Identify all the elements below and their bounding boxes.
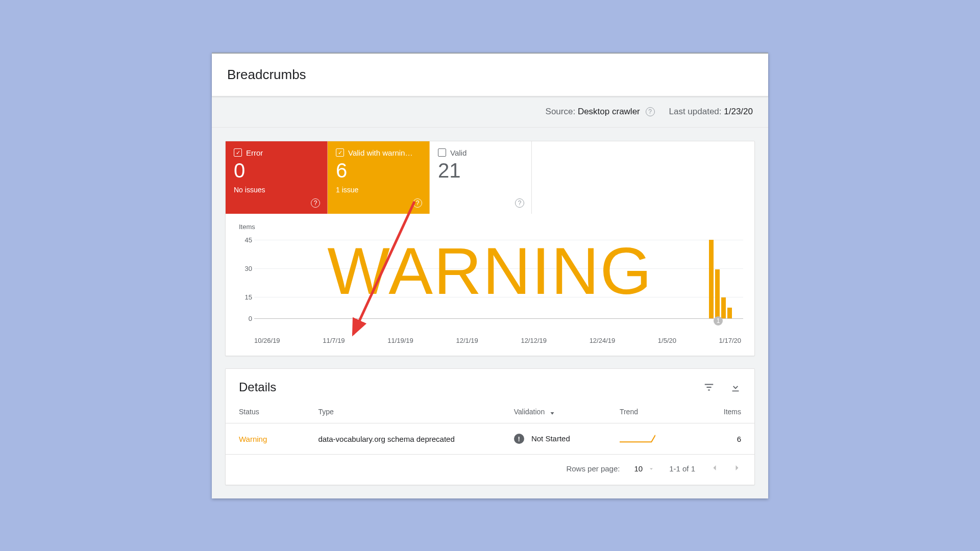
- cell-trend: [606, 423, 701, 455]
- page-title: Breadcrumbs: [227, 67, 753, 83]
- pager-next[interactable]: [732, 463, 742, 474]
- source-value: Desktop crawler: [578, 107, 640, 116]
- chart-bars: [531, 240, 732, 318]
- details-panel: Details Status Type Valida: [225, 368, 755, 485]
- col-status[interactable]: Status: [226, 398, 305, 423]
- details-title: Details: [239, 380, 276, 394]
- status-card-warning[interactable]: Valid with warnin… 6 1 issue ?: [328, 141, 430, 214]
- source-label: Source:: [546, 107, 576, 116]
- app-window: Breadcrumbs Source: Desktop crawler ? La…: [212, 53, 768, 498]
- xtick: 10/26/19: [254, 337, 280, 344]
- table-row[interactable]: Warning data-vocabulary.org schema depre…: [226, 423, 754, 455]
- xtick: 1/5/20: [658, 337, 676, 344]
- ytick: 0: [237, 314, 252, 322]
- xtick: 1/17/20: [719, 337, 741, 344]
- chart-bar: [727, 308, 732, 318]
- status-panel: Error 0 No issues ? Valid with warnin… 6…: [225, 141, 755, 356]
- chevron-down-icon: [648, 465, 655, 472]
- status-card-label: Error: [246, 148, 263, 157]
- status-card-label: Valid with warnin…: [348, 148, 412, 157]
- status-card-label: Valid: [450, 148, 467, 157]
- filter-icon[interactable]: [703, 382, 715, 393]
- col-type[interactable]: Type: [305, 398, 500, 423]
- chart-bar: [715, 269, 720, 318]
- source-info: Source: Desktop crawler ?: [546, 107, 655, 117]
- col-items[interactable]: Items: [701, 398, 754, 423]
- chart: Items 45 30 15 0 WARNING 1 10/26/1911/7/…: [226, 214, 754, 356]
- help-icon[interactable]: ?: [311, 198, 320, 208]
- table-header-row: Status Type Validation Trend Items: [226, 398, 754, 423]
- status-card-sub: 1 issue: [336, 186, 421, 194]
- table-pager: Rows per page: 10 1-1 of 1: [226, 455, 754, 485]
- pager-prev[interactable]: [709, 463, 720, 474]
- xtick: 12/12/19: [521, 337, 547, 344]
- sparkline-icon: [620, 435, 655, 444]
- xtick: 11/7/19: [323, 337, 345, 344]
- sort-desc-icon: [549, 409, 556, 416]
- ytick: 45: [237, 236, 252, 243]
- status-card-valid[interactable]: Valid 21 ?: [430, 141, 532, 214]
- content: Error 0 No issues ? Valid with warnin… 6…: [212, 128, 768, 498]
- status-card-count: 6: [336, 160, 421, 181]
- checkbox-icon: [336, 148, 344, 157]
- chart-bar: [709, 240, 714, 318]
- updated-value: 1/23/20: [724, 107, 753, 116]
- chart-marker[interactable]: 1: [714, 316, 723, 325]
- col-validation[interactable]: Validation: [501, 398, 606, 423]
- ytick: 15: [237, 293, 252, 300]
- chart-bar: [721, 297, 726, 318]
- exclamation-icon: !: [514, 434, 524, 444]
- chevron-right-icon: [732, 463, 742, 473]
- status-card-error[interactable]: Error 0 No issues ?: [226, 141, 328, 214]
- cell-type: data-vocabulary.org schema deprecated: [305, 423, 500, 455]
- xtick: 12/24/19: [590, 337, 616, 344]
- help-icon[interactable]: ?: [646, 107, 655, 116]
- col-trend[interactable]: Trend: [606, 398, 701, 423]
- status-cards: Error 0 No issues ? Valid with warnin… 6…: [226, 141, 754, 214]
- rows-per-page-label: Rows per page:: [566, 464, 620, 473]
- updated-info: Last updated: 1/23/20: [669, 107, 753, 117]
- help-icon[interactable]: ?: [413, 198, 422, 208]
- cell-items: 6: [701, 423, 754, 455]
- status-card-count: 0: [234, 160, 319, 181]
- xtick: 11/19/19: [387, 337, 413, 344]
- checkbox-icon: [438, 148, 446, 157]
- chevron-left-icon: [709, 463, 720, 473]
- xtick: 12/1/19: [456, 337, 478, 344]
- download-icon[interactable]: [730, 382, 741, 393]
- titlebar: Breadcrumbs: [212, 54, 768, 96]
- ytick: 30: [237, 264, 252, 272]
- chart-xaxis: 10/26/1911/7/1911/19/1912/1/1912/12/1912…: [237, 334, 743, 344]
- cell-validation: ! Not Started: [501, 423, 606, 455]
- meta-row: Source: Desktop crawler ? Last updated: …: [212, 96, 768, 128]
- rows-per-page-select[interactable]: 10: [634, 464, 655, 473]
- help-icon[interactable]: ?: [515, 198, 524, 208]
- updated-label: Last updated:: [669, 107, 722, 116]
- status-card-count: 21: [438, 160, 523, 181]
- chart-plot: 45 30 15 0 WARNING 1: [237, 232, 743, 334]
- status-card-sub: No issues: [234, 186, 319, 194]
- cell-status: Warning: [226, 423, 305, 455]
- details-table: Status Type Validation Trend Items Warni…: [226, 398, 754, 455]
- pager-range: 1-1 of 1: [669, 464, 695, 473]
- chart-ylabel: Items: [237, 223, 743, 231]
- checkbox-icon: [234, 148, 242, 157]
